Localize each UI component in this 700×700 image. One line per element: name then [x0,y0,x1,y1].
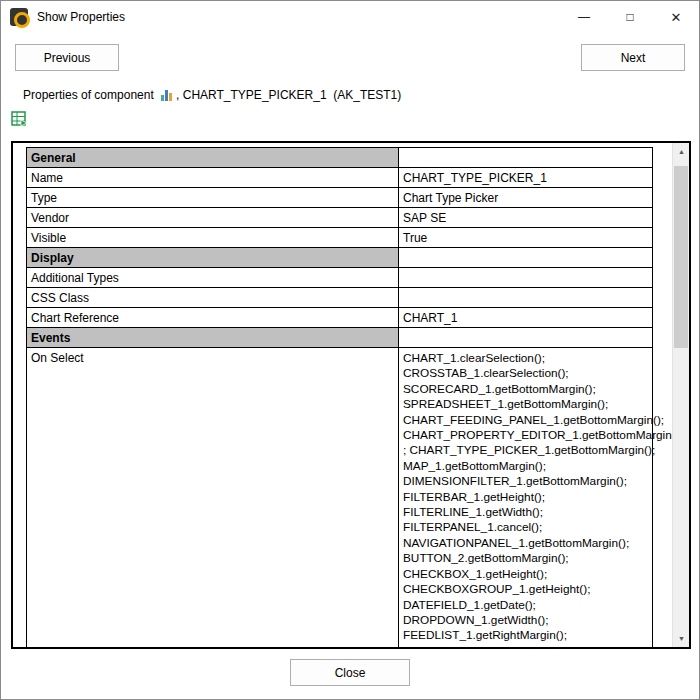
scroll-up-icon[interactable]: ▲ [673,143,690,160]
window-controls: — □ ✕ [561,1,699,33]
property-label: Type [27,188,398,207]
section-label: General [27,148,398,167]
section-row-events: Events [27,328,652,348]
export-spreadsheet-icon[interactable] [11,111,28,127]
next-button[interactable]: Next [581,44,685,71]
property-value: SAP SE [398,208,652,227]
property-row-type: Type Chart Type Picker [27,188,652,208]
vertical-scrollbar[interactable]: ▲ ▼ [672,143,689,647]
component-header-name: , CHART_TYPE_PICKER_1 (AK_TEST1) [176,88,401,102]
property-value [398,268,652,287]
close-button[interactable]: Close [290,659,410,686]
minimize-button[interactable]: — [561,1,607,33]
previous-button[interactable]: Previous [15,44,119,71]
property-value: True [398,228,652,247]
property-value [398,288,652,307]
window-title: Show Properties [37,10,125,24]
section-value [398,248,652,267]
component-header-prefix: Properties of component [23,88,157,102]
property-value: Chart Type Picker [398,188,652,207]
section-row-general: General [27,148,652,168]
component-header: Properties of component , CHART_TYPE_PIC… [23,87,401,103]
section-label: Display [27,248,398,267]
bar-chart-icon [161,90,172,101]
property-row-additional-types: Additional Types [27,268,652,288]
property-row-vendor: Vendor SAP SE [27,208,652,228]
property-label: On Select [27,348,398,649]
scroll-down-icon[interactable]: ▼ [673,630,690,647]
property-row-chart-reference: Chart Reference CHART_1 [27,308,652,328]
property-row-css-class: CSS Class [27,288,652,308]
section-label: Events [27,328,398,347]
section-value [398,148,652,167]
properties-panel: General Name CHART_TYPE_PICKER_1 Type Ch… [11,141,691,649]
section-value [398,328,652,347]
property-label: Name [27,168,398,187]
property-label: Visible [27,228,398,247]
property-row-name: Name CHART_TYPE_PICKER_1 [27,168,652,188]
property-row-on-select: On Select CHART_1.clearSelection(); CROS… [27,348,652,649]
app-icon [10,8,28,26]
scrollbar-thumb[interactable] [674,166,688,348]
titlebar: Show Properties — □ ✕ [1,1,699,33]
show-properties-window: Show Properties — □ ✕ Previous Next Prop… [0,0,700,700]
section-row-display: Display [27,248,652,268]
properties-table: General Name CHART_TYPE_PICKER_1 Type Ch… [26,147,653,649]
property-label: Additional Types [27,268,398,287]
property-label: CSS Class [27,288,398,307]
close-window-button[interactable]: ✕ [653,1,699,33]
property-label: Chart Reference [27,308,398,327]
property-label: Vendor [27,208,398,227]
property-value: CHART_1 [398,308,652,327]
property-value-script: CHART_1.clearSelection(); CROSSTAB_1.cle… [398,348,682,649]
property-value: CHART_TYPE_PICKER_1 [398,168,652,187]
maximize-button[interactable]: □ [607,1,653,33]
property-row-visible: Visible True [27,228,652,248]
